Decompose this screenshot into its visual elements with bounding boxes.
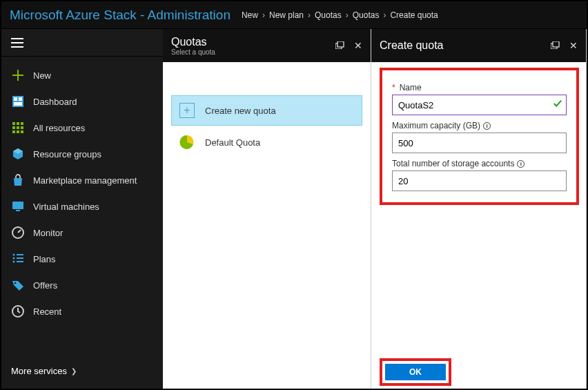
- svg-point-20: [13, 261, 15, 263]
- cube-icon: [11, 147, 25, 161]
- sidebar-item-label: Plans: [33, 254, 56, 264]
- checkmark-icon: [553, 99, 562, 108]
- sidebar-item-monitor[interactable]: Monitor: [1, 220, 163, 246]
- sidebar: NewDashboardAll resourcesResource groups…: [1, 29, 163, 389]
- more-services-link[interactable]: More services ❯: [1, 359, 163, 389]
- svg-rect-9: [21, 126, 23, 129]
- quota-row-label: Create new quota: [205, 106, 276, 116]
- breadcrumb-item[interactable]: New: [242, 10, 258, 20]
- gauge-icon: [11, 226, 25, 240]
- field-label-accounts: Total number of storage accounts: [392, 159, 514, 168]
- more-services-label: More services: [11, 366, 67, 376]
- svg-rect-25: [337, 41, 344, 47]
- form-highlight-box: *Name Maximum capacity (GB)i Total numbe…: [380, 68, 579, 205]
- clock-icon: [11, 304, 25, 318]
- svg-rect-19: [17, 257, 23, 259]
- sidebar-item-label: New: [33, 70, 51, 81]
- svg-rect-2: [19, 97, 22, 101]
- info-icon[interactable]: i: [517, 160, 525, 168]
- field-label-name: Name: [400, 83, 422, 92]
- field-label-capacity: Maximum capacity (GB): [392, 121, 480, 130]
- dashboard-icon: [11, 95, 25, 108]
- bag-icon: [11, 173, 25, 187]
- sidebar-item-label: Offers: [33, 280, 57, 291]
- blade-create-quota: Create quota ✕ *Name Maximum capacity (G…: [371, 29, 587, 389]
- info-icon[interactable]: i: [483, 122, 491, 130]
- sidebar-item-resource-groups[interactable]: Resource groups: [1, 141, 163, 167]
- sidebar-item-plans[interactable]: Plans: [1, 246, 163, 272]
- chevron-right-icon: ❯: [71, 367, 77, 375]
- sidebar-item-label: Recent: [33, 306, 61, 317]
- blade-title: Quotas: [171, 36, 215, 48]
- breadcrumb-item[interactable]: Create quota: [390, 10, 438, 20]
- close-icon[interactable]: ✕: [354, 40, 362, 51]
- svg-rect-12: [21, 130, 23, 133]
- sidebar-item-label: Marketplace management: [33, 175, 137, 186]
- chevron-right-icon: ›: [308, 10, 311, 20]
- grid-icon: [11, 121, 25, 135]
- sidebar-item-offers[interactable]: Offers: [1, 272, 163, 298]
- sidebar-item-label: Dashboard: [33, 97, 77, 107]
- restore-icon[interactable]: [335, 40, 344, 51]
- svg-rect-1: [14, 97, 17, 101]
- svg-rect-21: [17, 261, 23, 262]
- ok-highlight-box: OK: [380, 358, 451, 386]
- tag-icon: [11, 278, 25, 292]
- svg-rect-14: [16, 210, 20, 211]
- blade-subtitle: Select a quota: [171, 48, 215, 56]
- name-input[interactable]: [392, 95, 567, 115]
- hamburger-icon: [11, 38, 23, 48]
- quota-row[interactable]: Default Quota: [171, 127, 362, 157]
- restore-icon[interactable]: [551, 40, 560, 51]
- svg-rect-8: [17, 126, 19, 129]
- hamburger-button[interactable]: [1, 29, 163, 57]
- blade-header-create-quota: Create quota ✕: [371, 29, 586, 62]
- svg-rect-7: [12, 126, 15, 129]
- svg-rect-11: [17, 130, 19, 133]
- create-new-quota-row[interactable]: +Create new quota: [171, 95, 362, 126]
- list-icon: [11, 252, 25, 266]
- chevron-right-icon: ›: [346, 10, 349, 20]
- accounts-input[interactable]: [392, 170, 567, 191]
- breadcrumb: New›New plan›Quotas›Quotas›Create quota: [242, 10, 578, 20]
- brand-title: Microsoft Azure Stack - Administration: [10, 8, 231, 23]
- blade-title: Create quota: [380, 39, 444, 52]
- blade-quotas: Quotas Select a quota ✕ +Create new quot…: [163, 29, 371, 389]
- quota-row-label: Default Quota: [205, 137, 260, 148]
- sidebar-item-dashboard[interactable]: Dashboard: [1, 88, 163, 115]
- sidebar-item-recent[interactable]: Recent: [1, 298, 163, 324]
- svg-point-22: [14, 282, 17, 284]
- capacity-input[interactable]: [392, 133, 567, 153]
- sidebar-item-new[interactable]: New: [1, 62, 163, 88]
- plus-icon: [11, 68, 25, 82]
- sidebar-item-virtual-machines[interactable]: Virtual machines: [1, 193, 163, 220]
- svg-point-18: [13, 257, 15, 260]
- svg-rect-3: [14, 102, 22, 106]
- sidebar-item-all-resources[interactable]: All resources: [1, 115, 163, 141]
- svg-point-16: [13, 254, 15, 256]
- svg-rect-17: [17, 254, 23, 255]
- svg-rect-10: [12, 130, 15, 133]
- chevron-right-icon: ›: [383, 10, 386, 20]
- sidebar-item-label: Monitor: [33, 228, 63, 238]
- blade-header-quotas: Quotas Select a quota ✕: [163, 29, 371, 62]
- ok-button[interactable]: OK: [385, 364, 446, 380]
- sidebar-item-label: All resources: [33, 123, 85, 133]
- breadcrumb-item[interactable]: Quotas: [353, 10, 380, 20]
- svg-rect-5: [17, 122, 19, 125]
- sidebar-item-label: Resource groups: [33, 149, 101, 159]
- chevron-right-icon: ›: [262, 10, 265, 20]
- sidebar-item-marketplace-management[interactable]: Marketplace management: [1, 167, 163, 193]
- monitor-icon: [11, 199, 25, 213]
- pie-icon: [179, 134, 195, 150]
- breadcrumb-item[interactable]: New plan: [269, 10, 304, 20]
- svg-rect-13: [12, 202, 23, 209]
- close-icon[interactable]: ✕: [569, 40, 578, 51]
- svg-rect-6: [21, 122, 23, 125]
- top-bar: Microsoft Azure Stack - Administration N…: [1, 1, 587, 29]
- plus-icon: +: [179, 102, 195, 119]
- breadcrumb-item[interactable]: Quotas: [315, 10, 342, 20]
- svg-rect-27: [553, 41, 559, 47]
- required-asterisk: *: [392, 83, 395, 92]
- svg-rect-4: [12, 122, 15, 125]
